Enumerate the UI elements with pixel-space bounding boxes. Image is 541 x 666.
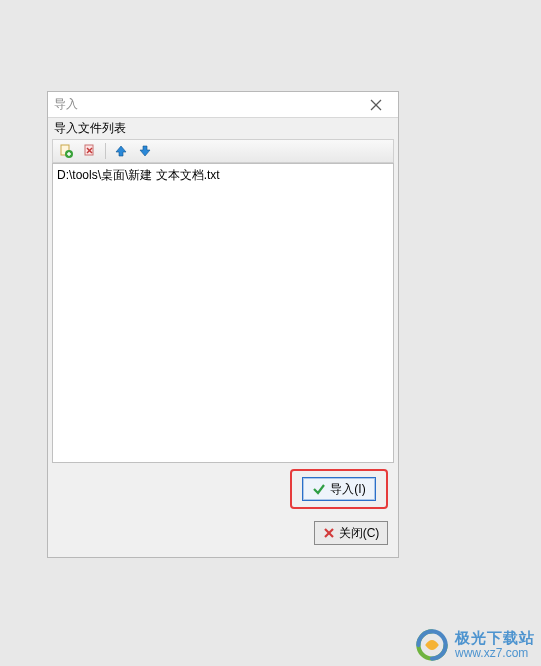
- x-icon: [323, 527, 335, 539]
- watermark-title: 极光下载站: [455, 630, 535, 647]
- close-icon: [370, 99, 382, 111]
- file-list[interactable]: D:\tools\桌面\新建 文本文档.txt: [52, 163, 394, 463]
- dialog-content: 导入文件列表: [48, 118, 398, 463]
- dialog-title: 导入: [54, 96, 78, 113]
- add-file-icon: [58, 143, 74, 159]
- file-list-label: 导入文件列表: [52, 118, 394, 139]
- file-list-toolbar: [52, 139, 394, 163]
- titlebar: 导入: [48, 92, 398, 118]
- check-icon: [312, 482, 326, 496]
- list-item[interactable]: D:\tools\桌面\新建 文本文档.txt: [57, 166, 389, 185]
- watermark-url: www.xz7.com: [455, 647, 535, 660]
- close-button-label: 关闭(C): [339, 525, 380, 542]
- watermark-logo-icon: [415, 628, 449, 662]
- dialog-button-area: 导入(I) 关闭(C): [290, 469, 388, 545]
- import-button-label: 导入(I): [330, 481, 365, 498]
- remove-file-button[interactable]: [79, 141, 101, 161]
- toolbar-separator: [105, 143, 106, 159]
- svg-marker-10: [140, 146, 150, 156]
- remove-file-icon: [82, 143, 98, 159]
- move-down-button[interactable]: [134, 141, 156, 161]
- window-close-button[interactable]: [360, 95, 392, 115]
- watermark-text: 极光下载站 www.xz7.com: [455, 630, 535, 660]
- add-file-button[interactable]: [55, 141, 77, 161]
- move-down-icon: [137, 143, 153, 159]
- move-up-button[interactable]: [110, 141, 132, 161]
- annotation-highlight: 导入(I): [290, 469, 388, 509]
- watermark: 极光下载站 www.xz7.com: [415, 628, 535, 662]
- close-button[interactable]: 关闭(C): [314, 521, 388, 545]
- svg-marker-9: [116, 146, 126, 156]
- move-up-icon: [113, 143, 129, 159]
- import-dialog: 导入 导入文件列表: [47, 91, 399, 558]
- import-button[interactable]: 导入(I): [302, 477, 376, 501]
